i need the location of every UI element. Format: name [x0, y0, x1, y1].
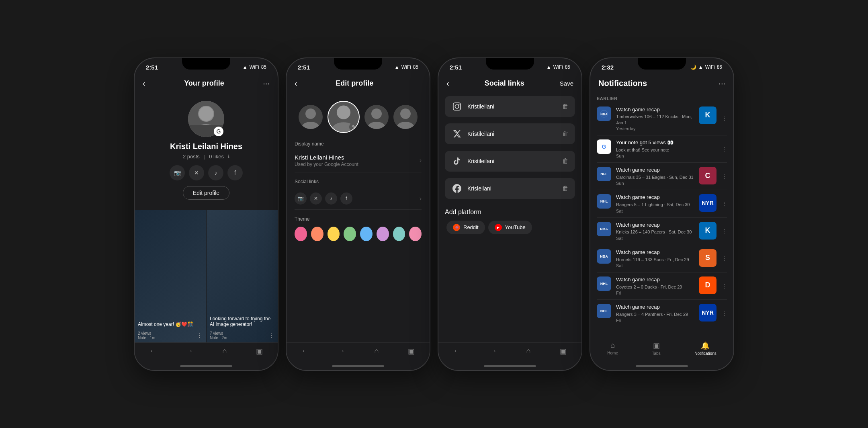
theme-color-7[interactable]	[409, 227, 422, 241]
instagram-icon-btn[interactable]: 📷	[170, 165, 185, 180]
notif-more-4[interactable]: ⋮	[721, 228, 727, 234]
avatar-small-right1	[364, 105, 389, 129]
post-text-0: Almost one year! 🥳❤️🎊	[135, 318, 206, 330]
notif-item-0[interactable]: NBA Watch game recap Timberwolves 106 – …	[590, 102, 733, 135]
notif-item-3[interactable]: NHL Watch game recap Rangers 5 – 1 Light…	[590, 190, 733, 217]
delete-twitter-button[interactable]: 🗑	[562, 130, 569, 137]
notif-more-5[interactable]: ⋮	[721, 255, 727, 262]
notif-nav-tabs[interactable]: ▣ Tabs	[652, 341, 661, 356]
status-icons-1: ▲ WiFi 85	[243, 64, 266, 70]
post-card-1[interactable]: Looking forward to trying the AI image g…	[207, 210, 278, 342]
post-meta-0: Note · 1m	[138, 336, 155, 340]
nba-svg-0: NBA	[600, 110, 608, 118]
notif-title-3: Watch game recap	[616, 194, 694, 201]
nav-home-2[interactable]: ⌂	[375, 347, 379, 355]
nav-home-3[interactable]: ⌂	[526, 347, 531, 355]
notif-more-1[interactable]: ⋮	[721, 146, 727, 152]
notif-item-4[interactable]: NBA Watch game recap Knicks 126 – 140 Pa…	[590, 218, 733, 245]
social-link-twitter[interactable]: Kristileilani 🗑	[445, 123, 575, 144]
theme-color-4[interactable]	[360, 227, 373, 241]
theme-color-1[interactable]	[311, 227, 323, 241]
social-link-facebook[interactable]: Krisleilani 🗑	[445, 178, 575, 199]
nav-forward-2[interactable]: →	[338, 347, 345, 355]
notif-item-6[interactable]: NHL Watch game recap Coyotes 2 – 0 Ducks…	[590, 272, 733, 299]
nav-home-1[interactable]: ⌂	[223, 347, 227, 355]
instagram-link-value: Kristileilani	[467, 103, 494, 110]
twitter-link-left: Kristileilani	[451, 128, 494, 139]
save-button[interactable]: Save	[560, 80, 573, 87]
delete-instagram-button[interactable]: 🗑	[562, 103, 569, 110]
display-name-row[interactable]: Kristi Leilani Hines Used by your Google…	[295, 149, 422, 172]
nav-forward-3[interactable]: →	[490, 347, 497, 355]
notif-item-2[interactable]: NFL Watch game recap Cardinals 35 – 31 E…	[590, 163, 733, 190]
youtube-platform-btn[interactable]: ▶ YouTube	[488, 221, 532, 234]
youtube-label: YouTube	[505, 224, 526, 230]
notif-more-7[interactable]: ⋮	[721, 310, 727, 317]
svg-point-19	[459, 104, 460, 105]
notifications-nav-icon: 🔔	[701, 341, 710, 350]
theme-color-0[interactable]	[295, 227, 307, 241]
nhl-label-3: NHL	[600, 199, 608, 203]
social-links-row[interactable]: 📷 ✕ ♪ f ›	[295, 188, 422, 210]
phone1-content: ‹ Your profile ··· G	[135, 74, 278, 370]
phone-notifications: 2:32 🌙 ▲ WiFi 86 Notifications ··· EARLI…	[590, 57, 734, 371]
post-more-icon-0[interactable]: ⋮	[196, 332, 203, 339]
notif-title-2: Watch game recap	[616, 167, 694, 174]
nfl-label: NFL	[600, 172, 608, 176]
notif-nav-home[interactable]: ⌂ Home	[607, 341, 618, 355]
notif-more-btn[interactable]: ···	[719, 79, 725, 88]
tiktok-icon: ♪	[215, 170, 217, 176]
theme-color-3[interactable]	[344, 227, 356, 241]
home-indicator-2	[332, 365, 384, 367]
twitter-icon-btn[interactable]: ✕	[189, 165, 204, 180]
notif-item-5[interactable]: NBA Watch game recap Hornets 119 – 133 S…	[590, 245, 733, 272]
notif-more-0[interactable]: ⋮	[721, 115, 727, 122]
back-button-2[interactable]: ‹	[295, 79, 297, 88]
fb-preview: f	[340, 192, 352, 205]
nav-back-3[interactable]: ←	[453, 347, 461, 355]
notif-time-4: Sat	[616, 236, 694, 241]
notif-more-2[interactable]: ⋮	[721, 173, 727, 180]
social-link-tiktok[interactable]: Kristileilani 🗑	[445, 151, 575, 172]
theme-color-2[interactable]	[328, 227, 340, 241]
nav-tabs-2[interactable]: ▣	[408, 347, 415, 356]
theme-color-6[interactable]	[393, 227, 405, 241]
more-button-1[interactable]: ···	[263, 79, 270, 88]
notif-nav-notifications[interactable]: 🔔 Notifications	[694, 341, 716, 356]
notif-title-5: Watch game recap	[616, 249, 694, 256]
notif-item-1[interactable]: G Your note got 5 views 👀 Look at that! …	[590, 135, 733, 162]
social-link-instagram[interactable]: Kristileilani 🗑	[445, 96, 575, 117]
notif-more-6[interactable]: ⋮	[721, 283, 727, 289]
back-button-1[interactable]: ‹	[143, 79, 145, 88]
delete-tiktok-button[interactable]: 🗑	[562, 158, 569, 165]
post-card-0[interactable]: Almost one year! 🥳❤️🎊 2 views Note · 1m …	[135, 210, 206, 342]
notif-item-7[interactable]: NHL Watch game recap Rangers 3 – 4 Panth…	[590, 300, 733, 327]
svg-rect-17	[453, 102, 461, 110]
nhl-label-7: NHL	[600, 309, 608, 313]
home-indicator-3	[484, 365, 536, 367]
notif-header: Notifications ···	[590, 74, 733, 93]
edit-profile-button[interactable]: Edit profile	[183, 186, 229, 200]
nav-tabs-1[interactable]: ▣	[256, 347, 263, 356]
notif-more-3[interactable]: ⋮	[721, 201, 727, 207]
nav-back-2[interactable]: ←	[301, 347, 309, 355]
home-indicator-4	[636, 365, 688, 367]
nav-tabs-3[interactable]: ▣	[560, 347, 567, 356]
notif-title-6: Watch game recap	[616, 276, 694, 283]
post-more-icon-1[interactable]: ⋮	[268, 332, 274, 339]
nba-label-4: NBA	[600, 227, 608, 231]
delete-facebook-button[interactable]: 🗑	[562, 185, 569, 192]
theme-color-5[interactable]	[377, 227, 389, 241]
reddit-platform-btn[interactable]: 👾 Reddit	[446, 221, 485, 234]
svg-text:NBA: NBA	[600, 113, 608, 116]
back-button-3[interactable]: ‹	[446, 79, 449, 88]
nav-back-1[interactable]: ←	[149, 347, 157, 355]
avatar-medium-center[interactable]: ✎	[328, 101, 360, 133]
nav-forward-1[interactable]: →	[186, 347, 193, 355]
facebook-icon-btn[interactable]: f	[227, 165, 243, 180]
wifi-icon-2: WiFi	[401, 64, 411, 70]
posts-grid: Almost one year! 🥳❤️🎊 2 views Note · 1m …	[135, 210, 278, 342]
post-views-0: 2 views	[138, 331, 155, 336]
tiktok-icon-btn[interactable]: ♪	[208, 165, 223, 180]
post-text-1: Looking forward to trying the AI image g…	[207, 313, 278, 330]
